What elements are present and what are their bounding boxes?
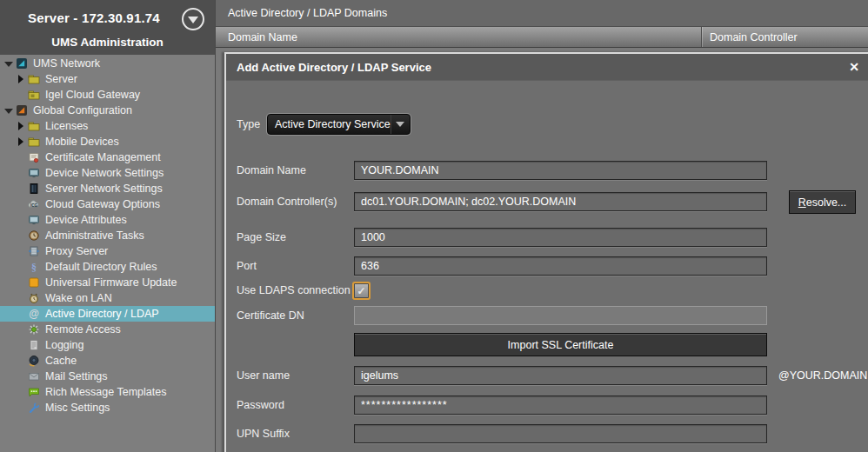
sidebar-item-universal-firmware-update[interactable]: Universal Firmware Update bbox=[0, 275, 215, 290]
password-input[interactable] bbox=[354, 396, 767, 415]
certificate-icon bbox=[28, 151, 40, 163]
monitor-icon bbox=[28, 167, 40, 179]
alarm-clock-icon bbox=[28, 292, 40, 304]
use-ldaps-checkbox[interactable]: ✓ bbox=[354, 283, 369, 298]
wrench-icon bbox=[28, 402, 40, 414]
arrow-spacer bbox=[16, 402, 26, 413]
password-label: Password bbox=[237, 396, 351, 415]
sidebar-item-label: Active Directory / LDAP bbox=[45, 308, 159, 320]
column-header-domain-name[interactable]: Domain Name bbox=[216, 27, 702, 47]
resolve-button-accelerator: R bbox=[798, 196, 806, 209]
page-size-label: Page Size bbox=[237, 228, 351, 247]
sidebar-item-label: Wake on LAN bbox=[45, 292, 112, 304]
collapse-arrow-icon[interactable] bbox=[3, 58, 14, 69]
sidebar-item-default-directory-rules[interactable]: § Default Directory Rules bbox=[0, 259, 215, 275]
sidebar-item-label: Rich Message Templates bbox=[45, 386, 166, 398]
sidebar-item-label: Administrative Tasks bbox=[45, 229, 144, 242]
server-rack-icon bbox=[28, 183, 40, 195]
folder-icon bbox=[28, 73, 40, 85]
proxy-icon bbox=[28, 245, 40, 257]
sidebar-item-label: Device Attributes bbox=[45, 214, 127, 226]
server-dropdown-button[interactable] bbox=[182, 8, 204, 30]
user-name-input[interactable] bbox=[354, 366, 767, 385]
arrow-spacer bbox=[16, 183, 26, 194]
ums-network-icon bbox=[16, 57, 28, 70]
at-sign-icon: @ bbox=[28, 308, 40, 320]
sidebar-item-label: Proxy Server bbox=[45, 245, 108, 257]
dialog-body: Type Active Directory Service Domain Nam… bbox=[226, 54, 868, 452]
domain-name-label: Domain Name bbox=[237, 161, 351, 180]
domain-controllers-input[interactable] bbox=[354, 192, 767, 211]
sidebar-item-device-network-settings[interactable]: Device Network Settings bbox=[0, 165, 215, 181]
sidebar-item-label: Remote Access bbox=[45, 323, 121, 336]
sidebar-item-rich-message-templates[interactable]: Rich Message Templates bbox=[0, 384, 215, 400]
sidebar-item-label: Misc Settings bbox=[45, 402, 110, 414]
arrow-spacer bbox=[16, 90, 26, 100]
remote-access-icon bbox=[28, 323, 40, 336]
sidebar-item-cloud-gateway-options[interactable]: ICG Cloud Gateway Options bbox=[0, 196, 215, 212]
folder-icon bbox=[28, 120, 40, 132]
sidebar-item-igel-cloud-gateway[interactable]: Igel Cloud Gateway bbox=[0, 87, 215, 103]
arrow-spacer bbox=[16, 152, 26, 163]
type-dropdown[interactable]: Active Directory Service bbox=[267, 114, 411, 135]
firmware-icon bbox=[28, 276, 40, 289]
sidebar-item-remote-access[interactable]: Remote Access bbox=[0, 322, 215, 337]
collapse-arrow-icon[interactable] bbox=[3, 105, 14, 116]
sidebar-item-global-configuration[interactable]: Global Configuration bbox=[0, 103, 215, 118]
sidebar-item-mail-settings[interactable]: Mail Settings bbox=[0, 369, 215, 384]
sidebar-item-label: Mail Settings bbox=[45, 370, 108, 382]
sidebar-item-administrative-tasks[interactable]: Administrative Tasks bbox=[0, 228, 215, 243]
monitor-icon bbox=[28, 214, 40, 226]
svg-text:@: @ bbox=[29, 308, 39, 320]
arrow-spacer bbox=[16, 371, 26, 382]
sidebar-header: Server - 172.30.91.74 UMS Administration bbox=[0, 0, 215, 55]
port-input[interactable] bbox=[354, 256, 767, 276]
server-title: Server - 172.30.91.74 bbox=[7, 10, 181, 25]
expand-arrow-icon[interactable] bbox=[16, 121, 26, 131]
sidebar-item-label: Global Configuration bbox=[33, 104, 132, 116]
sidebar-item-label: Cache bbox=[45, 355, 77, 367]
sidebar-item-cache[interactable]: Cache bbox=[0, 353, 215, 369]
sidebar-item-label: Licenses bbox=[45, 120, 88, 132]
arrow-spacer bbox=[16, 199, 26, 209]
domain-name-input[interactable] bbox=[354, 161, 767, 180]
sidebar-item-wake-on-lan[interactable]: Wake on LAN bbox=[0, 290, 215, 306]
sidebar-item-server[interactable]: Server bbox=[0, 71, 215, 87]
log-document-icon bbox=[28, 339, 40, 351]
import-ssl-certificate-button[interactable]: Import SSL Certificate bbox=[354, 333, 767, 356]
arrow-spacer bbox=[16, 387, 26, 397]
resolve-button[interactable]: Resolve... bbox=[789, 190, 856, 214]
upn-suffix-input[interactable] bbox=[354, 424, 767, 443]
dropdown-arrow-icon[interactable] bbox=[391, 115, 410, 134]
sidebar-item-ums-network[interactable]: UMS Network bbox=[0, 56, 215, 71]
sidebar-item-logging[interactable]: Logging bbox=[0, 337, 215, 353]
user-name-label: User name bbox=[237, 366, 351, 385]
sidebar-item-mobile-devices[interactable]: Mobile Devices bbox=[0, 134, 215, 150]
expand-arrow-icon[interactable] bbox=[16, 136, 26, 147]
message-bubble-icon bbox=[28, 386, 40, 398]
sidebar-item-label: Universal Firmware Update bbox=[45, 276, 177, 289]
sidebar-item-proxy-server[interactable]: Proxy Server bbox=[0, 243, 215, 259]
page-size-input[interactable] bbox=[354, 228, 767, 247]
sidebar-item-server-network-settings[interactable]: Server Network Settings bbox=[0, 181, 215, 196]
sidebar-item-label: Server bbox=[45, 73, 77, 85]
svg-text:ICG: ICG bbox=[30, 203, 38, 208]
navigation-sidebar: Server - 172.30.91.74 UMS Administration… bbox=[0, 0, 216, 452]
mail-envelope-icon bbox=[28, 370, 40, 382]
sidebar-item-licenses[interactable]: Licenses bbox=[0, 118, 215, 134]
arrow-spacer bbox=[16, 293, 26, 303]
upn-suffix-label: UPN Suffix bbox=[237, 424, 351, 443]
column-header-domain-controller[interactable]: Domain Controller bbox=[702, 27, 798, 47]
sidebar-item-misc-settings[interactable]: Misc Settings bbox=[0, 400, 215, 415]
add-ad-ldap-service-dialog: Add Active Directory / LDAP Service ✕ Ty… bbox=[224, 52, 868, 452]
sidebar-item-device-attributes[interactable]: Device Attributes bbox=[0, 212, 215, 228]
expand-arrow-icon[interactable] bbox=[16, 74, 26, 84]
domains-table-header: Domain Name Domain Controller bbox=[216, 27, 868, 48]
port-label: Port bbox=[237, 256, 351, 276]
sidebar-item-label: Default Directory Rules bbox=[45, 261, 157, 273]
user-name-domain-suffix: @YOUR.DOMAIN bbox=[778, 366, 867, 385]
sidebar-item-certificate-management[interactable]: Certificate Management bbox=[0, 150, 215, 165]
checkbox-check-icon: ✓ bbox=[357, 286, 365, 296]
sidebar-item-label: Mobile Devices bbox=[45, 136, 119, 148]
sidebar-item-active-directory-ldap[interactable]: @ Active Directory / LDAP bbox=[0, 306, 215, 322]
